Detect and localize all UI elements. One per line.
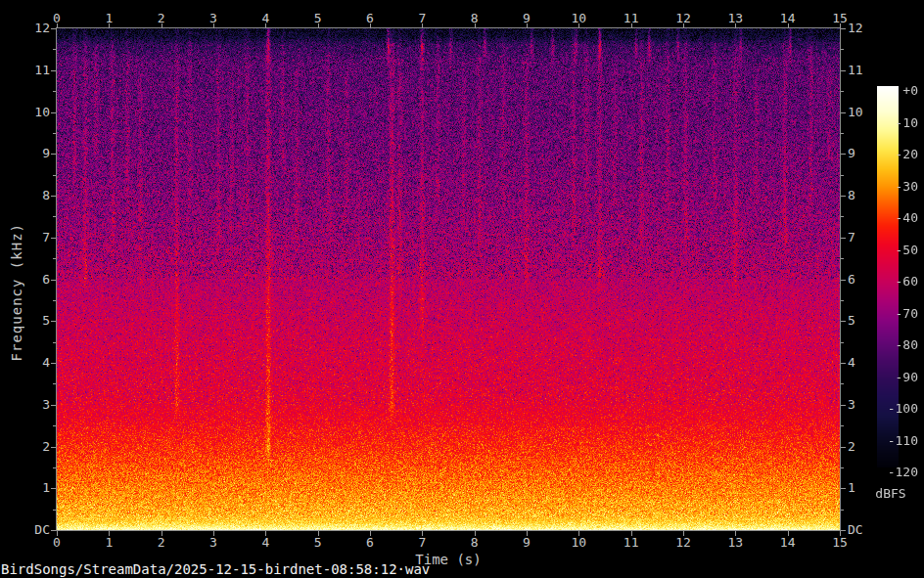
x-tick-label: 8 (460, 536, 489, 550)
y-tick-label: 11 (18, 64, 50, 77)
y-tick-mark (841, 530, 846, 531)
colorbar-tick-label: -70 (861, 307, 918, 321)
y-tick-label: 11 (848, 64, 881, 77)
y-tick-mark (51, 363, 56, 364)
x-tick-label: 14 (773, 536, 803, 550)
x-tick-label: 11 (617, 536, 646, 550)
x-tick-label: 12 (669, 536, 698, 550)
y-minor-tick-mark (841, 383, 844, 384)
y-minor-tick-mark (841, 91, 844, 92)
colorbar-tick-label: -100 (861, 402, 918, 416)
x-tick-label: 3 (199, 536, 228, 550)
y-tick-label: 9 (18, 147, 50, 160)
y-minor-tick-mark (841, 510, 844, 511)
x-tick-label: 3 (199, 12, 228, 25)
y-minor-tick-mark (53, 425, 56, 426)
y-tick-label: 12 (848, 22, 881, 35)
x-tick-label: 15 (825, 536, 855, 550)
y-tick-mark (51, 405, 56, 406)
x-tick-label: 0 (42, 536, 71, 550)
y-tick-mark (841, 488, 846, 489)
y-tick-mark (51, 321, 56, 322)
y-minor-tick-mark (841, 425, 844, 426)
y-tick-mark (841, 196, 846, 197)
y-tick-label: 3 (18, 398, 50, 412)
y-minor-tick-mark (841, 258, 844, 259)
spectrogram-plot-frame (56, 27, 841, 531)
y-minor-tick-mark (53, 133, 56, 134)
y-minor-tick-mark (841, 300, 844, 301)
colorbar-tick-label: -80 (861, 338, 918, 352)
x-tick-label: 4 (251, 12, 280, 25)
y-tick-mark (51, 28, 56, 29)
colorbar-tick-label: -120 (861, 466, 918, 479)
y-minor-tick-mark (53, 175, 56, 176)
colorbar-tick-label: -40 (861, 211, 918, 225)
y-tick-mark (841, 238, 846, 239)
y-tick-mark (841, 280, 846, 281)
x-tick-label: 5 (303, 536, 333, 550)
y-minor-tick-mark (53, 300, 56, 301)
x-tick-label: 14 (773, 12, 803, 25)
y-tick-mark (51, 112, 56, 113)
y-tick-label: 5 (18, 314, 50, 328)
y-tick-label: DC (848, 523, 881, 537)
filename-text: BirdSongs/StreamData/2025-12-15-birdnet-… (1, 561, 430, 577)
y-minor-tick-mark (841, 342, 844, 343)
x-tick-label: 12 (669, 12, 698, 25)
y-tick-mark (51, 70, 56, 71)
y-minor-tick-mark (53, 91, 56, 92)
spectrogram-canvas[interactable] (57, 28, 840, 530)
y-tick-mark (841, 321, 846, 322)
y-minor-tick-mark (53, 49, 56, 50)
x-tick-label: 9 (512, 12, 541, 25)
y-tick-label: 2 (18, 440, 50, 454)
y-tick-label: 12 (18, 22, 50, 35)
y-minor-tick-mark (53, 467, 56, 468)
x-tick-label: 2 (147, 12, 176, 25)
colorbar-tick-label: -20 (861, 148, 918, 161)
spectrogram-window: Frequency (kHz) 0123456789101112131415 0… (0, 0, 924, 578)
colorbar-tick-label: -50 (861, 244, 918, 257)
y-tick-label: 7 (18, 231, 50, 245)
y-tick-mark (51, 488, 56, 489)
y-tick-mark (841, 405, 846, 406)
y-tick-label: 4 (18, 356, 50, 370)
y-tick-label: 8 (18, 189, 50, 202)
y-minor-tick-mark (53, 510, 56, 511)
y-tick-mark (51, 196, 56, 197)
y-tick-mark (51, 280, 56, 281)
y-minor-tick-mark (841, 467, 844, 468)
y-tick-mark (51, 154, 56, 155)
y-tick-mark (51, 530, 56, 531)
y-tick-mark (841, 28, 846, 29)
x-tick-label: 7 (407, 12, 437, 25)
y-minor-tick-mark (841, 133, 844, 134)
y-tick-mark (51, 447, 56, 448)
y-minor-tick-mark (53, 258, 56, 259)
x-tick-label: 6 (355, 536, 385, 550)
x-tick-label: 10 (564, 536, 593, 550)
colorbar-tick-label: -90 (861, 371, 918, 384)
y-minor-tick-mark (841, 216, 844, 217)
x-tick-label: 11 (617, 12, 646, 25)
y-minor-tick-mark (53, 383, 56, 384)
y-tick-mark (841, 363, 846, 364)
y-minor-tick-mark (53, 342, 56, 343)
x-tick-label: 1 (94, 536, 123, 550)
colorbar-unit-label: dBFS (865, 486, 916, 501)
y-tick-mark (841, 70, 846, 71)
y-minor-tick-mark (841, 49, 844, 50)
x-tick-label: 9 (512, 536, 541, 550)
x-tick-label: 4 (251, 536, 280, 550)
y-minor-tick-mark (841, 175, 844, 176)
y-tick-label: 4 (848, 356, 881, 370)
colorbar-tick-label: -10 (861, 116, 918, 130)
y-minor-tick-mark (53, 216, 56, 217)
x-tick-label: 2 (147, 536, 176, 550)
y-tick-label: 10 (18, 106, 50, 119)
x-tick-label: 6 (355, 12, 385, 25)
x-tick-label: 13 (720, 536, 750, 550)
x-tick-label: 10 (564, 12, 593, 25)
colorbar-tick-label: -60 (861, 275, 918, 289)
